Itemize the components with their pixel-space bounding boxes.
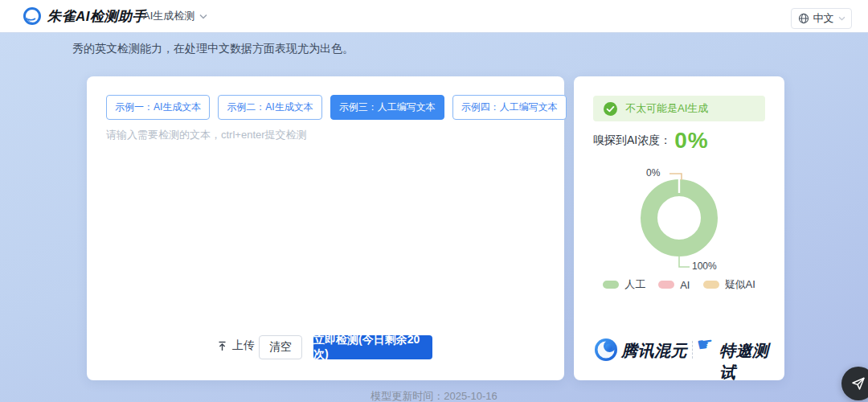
chevron-down-icon	[838, 16, 845, 21]
legend-item-suspect-ai: 疑似AI	[703, 277, 755, 292]
language-select[interactable]: 中文	[791, 8, 852, 29]
chart-label-hundred: 100%	[692, 260, 717, 272]
detect-button[interactable]: 立即检测(今日剩余20次)	[313, 335, 432, 359]
partner-divider	[692, 341, 693, 359]
result-card: 不太可能是AI生成 嗅探到AI浓度： 0% 0% 100% 人工 AI	[574, 76, 784, 380]
tab-example-1[interactable]: 示例一：AI生成文本	[106, 95, 210, 120]
editor-actions: 上传 清空 立即检测(今日剩余20次)	[87, 335, 564, 359]
editor-card: 示例一：AI生成文本 示例二：AI生成文本 示例三：人工编写文本 示例四：人工编…	[87, 76, 564, 380]
model-update-time: 模型更新时间：2025-10-16	[0, 389, 868, 402]
tab-example-2[interactable]: 示例二：AI生成文本	[218, 95, 321, 120]
brand-title: 朱雀AI检测助手	[47, 7, 146, 26]
intro-line: 秀的英文检测能力，在处理中文数据方面表现尤为出色。	[72, 42, 354, 56]
nav-item-ai-detection[interactable]: AI生成检测	[143, 0, 207, 32]
legend-swatch-green	[603, 281, 619, 289]
upload-icon	[217, 341, 227, 351]
density-value: 0%	[674, 128, 708, 154]
upload-button[interactable]: 上传	[217, 338, 255, 353]
pointing-hand-icon: ☛	[695, 333, 714, 357]
globe-icon	[798, 13, 809, 24]
zhuque-logo-icon	[23, 6, 42, 26]
text-input[interactable]: 请输入需要检测的文本，ctrl+enter提交检测	[106, 128, 545, 329]
legend-swatch-pink	[658, 281, 674, 289]
density-row: 嗅探到AI浓度： 0%	[593, 128, 709, 154]
hunyuan-partner-name: 腾讯混元	[621, 340, 687, 362]
legend-item-ai: AI	[658, 279, 690, 291]
invite-test-name: 特邀测试	[719, 340, 784, 384]
legend-item-human: 人工	[603, 277, 645, 292]
tab-example-3[interactable]: 示例三：人工编写文本	[330, 95, 444, 120]
paper-plane-icon	[850, 375, 866, 392]
donut-chart	[615, 154, 743, 282]
verdict-text: 不太可能是AI生成	[625, 101, 708, 116]
language-label: 中文	[813, 11, 834, 26]
example-tabs: 示例一：AI生成文本 示例二：AI生成文本 示例三：人工编写文本 示例四：人工编…	[106, 95, 567, 120]
verdict-banner: 不太可能是AI生成	[593, 96, 765, 121]
page: 朱雀大模型检测系统由腾讯混元安全团队研发，支持检测主流大模型生成的文本内容，经过…	[0, 0, 868, 402]
clear-button[interactable]: 清空	[259, 335, 302, 359]
chart-label-zero: 0%	[646, 167, 660, 178]
check-circle-icon	[604, 102, 617, 116]
chevron-down-icon	[199, 14, 207, 19]
header: 朱雀AI检测助手 AI生成检测 中文	[0, 0, 868, 32]
hunyuan-logo-icon	[594, 338, 618, 365]
chart-legend: 人工 AI 疑似AI	[574, 277, 784, 292]
brand: 朱雀AI检测助手	[23, 0, 146, 32]
legend-swatch-tan	[703, 281, 719, 289]
density-label: 嗅探到AI浓度：	[593, 133, 671, 148]
tab-example-4[interactable]: 示例四：人工编写文本	[452, 95, 567, 120]
